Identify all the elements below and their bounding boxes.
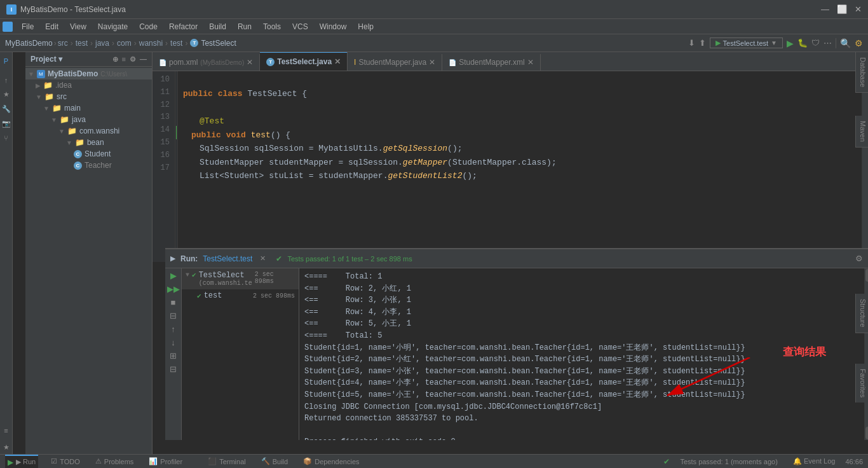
debug-button[interactable]: 🐛 (797, 38, 808, 48)
coverage-button[interactable]: 🛡 (811, 38, 820, 48)
tree-item-teacher[interactable]: C Teacher (25, 160, 152, 171)
menu-build[interactable]: Build (204, 21, 231, 32)
output-line: <== Row: 5, 小王, 1 (304, 318, 859, 330)
menu-run[interactable]: Run (233, 21, 257, 32)
status-run-tab[interactable]: ▶ ▶ Run (5, 455, 38, 468)
tree-item-student[interactable]: C Student (25, 148, 152, 160)
run-test-name[interactable]: TestSelect.test (203, 254, 252, 263)
test-item-testselect[interactable]: ▼ ✔ TestSelect (com.wanshi.te 2 sec 898m… (182, 268, 299, 289)
breadcrumb-part[interactable]: MyBatisDemo (5, 39, 53, 48)
bookmark-icon[interactable]: ★ (3, 90, 10, 99)
status-problems-tab[interactable]: ⚠ Problems (93, 455, 136, 468)
favorites-icon-left[interactable]: ★ (3, 443, 10, 451)
scrollbar-thumb-top[interactable] (865, 269, 868, 282)
search-everywhere-icon[interactable]: 🔍 (840, 38, 851, 48)
status-event-log[interactable]: 🔔 Event Log (793, 457, 836, 465)
tab-testselect-java[interactable]: T TestSelect.java ✕ (260, 52, 348, 71)
status-deps-tab[interactable]: 📦 Dependencies (301, 457, 362, 465)
run-all-icon[interactable]: ▶▶ (167, 284, 180, 294)
tree-item-idea[interactable]: ▶ 📁 .idea (25, 79, 152, 91)
tool-icon[interactable]: 🔧 (2, 105, 11, 113)
tree-item-com-wanshi[interactable]: ▼ 📁 com.wanshi (25, 125, 152, 137)
close-btn[interactable]: ✕ (855, 4, 862, 14)
menu-code[interactable]: Code (134, 21, 163, 32)
tab-close-icon[interactable]: ✕ (247, 58, 253, 67)
menu-refactor[interactable]: Refactor (164, 21, 203, 32)
camera-icon[interactable]: 📷 (2, 120, 11, 128)
run-panel: ▶ Run: TestSelect.test ✕ ✔ Tests passed:… (165, 248, 868, 440)
run-output[interactable]: <==== Total: 1 <== Row: 2, 小红, 1 <== Row… (299, 268, 864, 440)
breadcrumb-part[interactable]: test (76, 39, 88, 48)
minimize-btn[interactable]: — (821, 4, 829, 14)
stop-icon[interactable]: ■ (171, 298, 176, 307)
git-icon[interactable]: ⑂ (4, 134, 8, 142)
editor-scrollbar[interactable] (862, 71, 868, 262)
test-item-method[interactable]: ✔ test 2 sec 898ms (182, 289, 299, 302)
run-play-icon[interactable]: ▶ (170, 254, 175, 263)
tab-studentmapper-java[interactable]: I StudentMapper.java ✕ (348, 54, 442, 71)
run-config-dropdown[interactable]: ▶ TestSelect.test ▼ (710, 38, 783, 48)
breadcrumb-part[interactable]: com (117, 39, 132, 48)
status-todo-tab[interactable]: ☑ TODO (48, 455, 83, 468)
collapse-all-icon[interactable]: ≡ (122, 55, 126, 64)
more-run-button[interactable]: ⋯ (824, 38, 832, 48)
new-window-icon[interactable]: ⊕ (112, 55, 118, 64)
status-profiler-tab[interactable]: 📊 Profiler (146, 455, 185, 468)
sort-desc-icon[interactable]: ↓ (171, 338, 175, 347)
window-controls: — ⬜ ✕ (821, 4, 862, 14)
run-close-icon[interactable]: ✕ (260, 254, 266, 263)
structure-icon-left[interactable]: ≡ (4, 427, 8, 434)
tab-close-icon[interactable]: ✕ (334, 57, 341, 66)
menu-file[interactable]: File (17, 21, 39, 32)
maximize-btn[interactable]: ⬜ (837, 4, 847, 14)
collapse-icon[interactable]: ⊟ (170, 364, 177, 374)
menu-vcs[interactable]: VCS (287, 21, 313, 32)
vcs-push-icon[interactable]: ⬆ (699, 38, 706, 48)
tree-expand-icon: ▼ (43, 105, 50, 112)
maven-tab[interactable]: Maven (855, 116, 868, 148)
tree-item-src[interactable]: ▼ 📁 src (25, 91, 152, 102)
tab-studentmapper-xml[interactable]: 📄 StudentMapper.xml ✕ (442, 54, 540, 71)
tree-item-java[interactable]: ▼ 📁 java (25, 114, 152, 125)
project-icon[interactable]: P (4, 57, 8, 65)
panel-hide-icon[interactable]: — (140, 55, 147, 64)
menu-window[interactable]: Window (315, 21, 352, 32)
code-lines[interactable]: public class TestSelect { @Test public v… (178, 71, 862, 262)
tree-item-bean[interactable]: ▼ 📁 bean (25, 137, 152, 148)
breadcrumb-active[interactable]: T TestSelect (190, 39, 236, 48)
status-terminal-tab[interactable]: ⬛ Terminal (205, 457, 248, 465)
tab-close-icon[interactable]: ✕ (527, 58, 534, 67)
status-build-tab[interactable]: 🔨 Build (259, 457, 290, 465)
run-tab-label[interactable]: Run: (180, 254, 198, 263)
filter-icon[interactable]: ⊟ (170, 311, 177, 320)
favorites-tab[interactable]: Favorites (855, 364, 868, 403)
status-todo-label: TODO (60, 458, 80, 465)
code-editor[interactable]: 10 11 12 13 14 15 16 17 (153, 71, 868, 262)
vcs-update-icon[interactable]: ⬇ (688, 38, 695, 48)
rerun-icon[interactable]: ▶ (170, 271, 177, 280)
scrollbar-thumb-bottom[interactable] (865, 427, 868, 439)
menu-edit[interactable]: Edit (40, 21, 64, 32)
database-tab[interactable]: Database (855, 52, 868, 93)
tab-close-icon[interactable]: ✕ (429, 58, 435, 67)
panel-settings-icon[interactable]: ⚙ (130, 55, 136, 64)
breadcrumb-part[interactable]: java (95, 39, 109, 48)
breadcrumb-part[interactable]: wanshi (139, 39, 163, 48)
commit-icon[interactable]: ↑ (4, 76, 8, 84)
settings-icon[interactable]: ⚙ (855, 38, 863, 48)
expand-icon[interactable]: ⊞ (170, 351, 177, 361)
menu-navigate[interactable]: Navigate (93, 21, 133, 32)
breadcrumb-part[interactable]: test (170, 39, 182, 48)
status-deps-label: Dependencies (315, 458, 359, 465)
tab-pom-xml[interactable]: 📄 pom.xml (MyBatisDemo) ✕ (153, 54, 260, 71)
menu-tools[interactable]: Tools (258, 21, 286, 32)
run-gear-icon[interactable]: ⚙ (855, 254, 863, 263)
breadcrumb-part[interactable]: src (58, 39, 68, 48)
structure-tab[interactable]: Structure (855, 294, 868, 333)
menu-view[interactable]: View (65, 21, 92, 32)
run-button[interactable]: ▶ (787, 38, 794, 48)
sort-asc-icon[interactable]: ↑ (171, 324, 175, 334)
tree-item-root[interactable]: ▼ M MyBatisDemo C:\Users\ (25, 68, 152, 79)
menu-help[interactable]: Help (353, 21, 379, 32)
tree-item-main[interactable]: ▼ 📁 main (25, 102, 152, 114)
